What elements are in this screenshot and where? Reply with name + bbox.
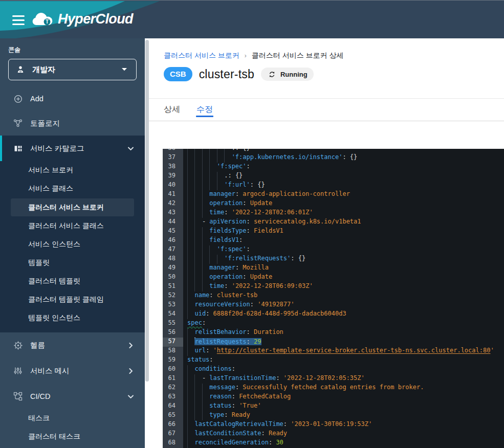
code-line[interactable]: relistRequests: 29 <box>187 338 504 347</box>
sidebar-item[interactable]: 토폴로지 <box>0 111 145 136</box>
code-line[interactable]: 'f:relistRequests': {} <box>187 255 504 264</box>
sidebar-section-label: 서비스 카탈로그 <box>30 144 118 153</box>
sidebar-subitem[interactable]: 서비스 브로커 <box>0 161 145 180</box>
indent-guide <box>202 402 209 411</box>
code-line[interactable]: message: Successfully fetched catalog en… <box>187 384 504 393</box>
code-line[interactable]: reconciledGeneration: 30 <box>187 439 504 448</box>
code-line[interactable]: fieldsV1: <box>187 236 504 245</box>
code-line[interactable]: url: 'http://cluster-template-service-br… <box>187 347 504 356</box>
indent-guide <box>202 209 209 218</box>
indent-guide <box>194 236 202 245</box>
code-line[interactable]: reason: FetchedCatalog <box>187 393 504 402</box>
code-line[interactable]: status: 'True' <box>187 402 504 411</box>
line-number: 49 <box>163 264 183 273</box>
sidebar-subitem[interactable]: 클러스터 템플릿 클레임 <box>0 290 145 309</box>
sidebar-subitem[interactable]: 서비스 인스턴스 <box>0 235 145 254</box>
tab-edit[interactable]: 수정 <box>196 99 213 121</box>
line-number: 60 <box>163 365 183 374</box>
sidebar-subitem[interactable]: 태스크 런 <box>0 446 145 448</box>
line-number: 65 <box>163 411 183 420</box>
code-line[interactable]: uid: 6888f20d-628d-448d-995d-dadacb6040d… <box>187 310 504 319</box>
indent-guide <box>187 149 194 153</box>
code-line[interactable]: spec: <box>187 319 504 328</box>
indent-guide <box>202 264 209 273</box>
indent-guide <box>202 172 209 181</box>
tab-detail[interactable]: 상세 <box>164 99 180 121</box>
chevron-down-icon <box>125 393 136 400</box>
code-line[interactable]: type: Ready <box>187 411 504 420</box>
code-line[interactable]: 'f:spec': <box>187 163 504 172</box>
active-section-indicator <box>0 136 2 161</box>
indent-guide <box>194 374 202 384</box>
code-line[interactable]: fieldsType: FieldsV1 <box>187 227 504 236</box>
line-number: 67 <box>163 430 183 439</box>
line-number: 43 <box>163 209 183 218</box>
code-line[interactable]: lastConditionState: Ready <box>187 430 504 439</box>
line-number: 54 <box>163 310 183 319</box>
content-scrollbar-track[interactable] <box>145 38 149 448</box>
sidebar-subitem[interactable]: 클러스터 서비스 브로커 <box>11 198 134 216</box>
sidebar-subitem[interactable]: 클러스터 템플릿 <box>0 272 145 290</box>
indent-guide <box>194 209 202 218</box>
indent-guide <box>194 190 202 199</box>
indent-guide <box>187 439 194 448</box>
tabs: 상세 수정 <box>149 99 504 121</box>
code-line[interactable]: 'f:app.kubernetes.io/instance': {} <box>187 153 504 163</box>
menu-toggle-button[interactable] <box>12 15 25 25</box>
line-number: 62 <box>163 384 183 393</box>
user-icon <box>15 65 26 74</box>
content-scrollbar-thumb[interactable] <box>145 40 149 382</box>
editor-code-area[interactable]: .: {}'f:app.kubernetes.io/instance': {}'… <box>183 149 504 448</box>
code-line[interactable]: relistBehavior: Duration <box>187 328 504 338</box>
sidebar-section-header[interactable]: 헬름 <box>0 332 145 358</box>
sidebar-subitem[interactable]: 클러스터 서비스 클래스 <box>0 217 145 235</box>
code-line[interactable]: 'f:spec': <box>187 245 504 255</box>
breadcrumb: 클러스터 서비스 브로커 › 클러스터 서비스 브로커 상세 <box>164 51 343 60</box>
sidebar-subitem[interactable]: 템플릿 <box>0 254 145 272</box>
yaml-editor[interactable]: 3637383940414243444546474849505152535455… <box>163 149 504 448</box>
line-number: 40 <box>163 181 183 190</box>
indent-guide <box>217 153 224 163</box>
line-number: 41 <box>163 190 183 199</box>
sidebar-section-header[interactable]: CI/CD <box>0 384 145 409</box>
code-line[interactable]: manager: Mozilla <box>187 264 504 273</box>
line-number: 56 <box>163 328 183 338</box>
code-line[interactable]: time: '2022-12-28T06:09:03Z' <box>187 282 504 292</box>
code-line[interactable]: manager: argocd-application-controller <box>187 190 504 199</box>
sidebar-section-header[interactable]: 서비스 메시 <box>0 358 145 384</box>
code-line[interactable]: operation: Update <box>187 273 504 282</box>
code-line[interactable]: operation: Update <box>187 199 504 209</box>
code-line[interactable]: time: '2022-12-28T02:06:01Z' <box>187 209 504 218</box>
code-line[interactable]: conditions: <box>187 365 504 374</box>
code-line[interactable]: 'f:url': {} <box>187 181 504 190</box>
breadcrumb-parent-link[interactable]: 클러스터 서비스 브로커 <box>164 51 239 60</box>
main-content: 클러스터 서비스 브로커 › 클러스터 서비스 브로커 상세 CSB clust… <box>149 38 504 448</box>
code-line[interactable]: lastCatalogRetrievalTime: '2023-01-30T06… <box>187 420 504 430</box>
indent-guide <box>209 163 216 172</box>
indent-guide <box>187 411 194 420</box>
indent-guide <box>202 393 209 402</box>
indent-guide <box>187 310 194 319</box>
code-line[interactable]: .: {} <box>187 172 504 181</box>
sidebar-section-header[interactable]: 서비스 카탈로그 <box>0 136 145 161</box>
sidebar-item-label: Add <box>30 95 136 103</box>
line-number: 45 <box>163 227 183 236</box>
sidebar-subitem[interactable]: 서비스 클래스 <box>0 180 145 198</box>
sidebar-subitem[interactable]: 클러스터 태스크 <box>0 428 145 446</box>
code-line[interactable]: name: cluster-tsb <box>187 292 504 301</box>
cicd-icon <box>13 392 23 401</box>
sliders-icon <box>13 367 23 375</box>
sidebar-subitem[interactable]: 태스크 <box>0 409 145 428</box>
code-line[interactable]: - lastTransitionTime: '2022-12-28T02:05:… <box>187 374 504 384</box>
editor-gutter: 3637383940414243444546474849505152535455… <box>163 149 183 448</box>
perspective-switcher[interactable]: 개발자 <box>8 59 137 80</box>
indent-guide <box>202 273 209 282</box>
indent-guide <box>217 181 224 190</box>
code-line[interactable]: status: <box>187 356 504 365</box>
sidebar-subitem[interactable]: 템플릿 인스턴스 <box>0 309 145 327</box>
code-line[interactable]: resourceVersion: '49192877' <box>187 301 504 310</box>
code-line[interactable]: .: {} <box>187 149 504 153</box>
indent-guide <box>194 199 202 209</box>
code-line[interactable]: - apiVersion: servicecatalog.k8s.io/v1be… <box>187 218 504 227</box>
sidebar-item[interactable]: Add <box>0 86 145 111</box>
